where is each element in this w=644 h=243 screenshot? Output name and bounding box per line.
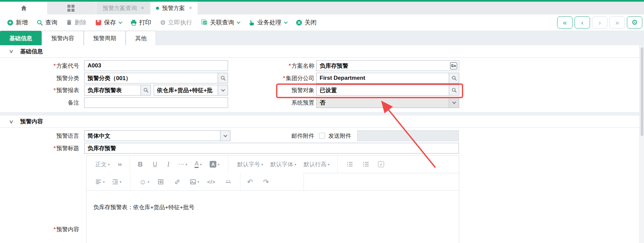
chevron-down-icon[interactable] [220, 131, 230, 141]
field-label: 备注 [0, 99, 79, 107]
table-icon[interactable]: ⊞ [158, 178, 164, 185]
tab-alert-cycle[interactable]: 预警周期 [84, 31, 125, 45]
save-icon [95, 19, 102, 26]
hand-icon [249, 19, 255, 26]
last-record-button[interactable]: » [609, 16, 625, 28]
scheme-name-input[interactable]: 负库存预警 En [316, 60, 459, 71]
alert-target-input[interactable]: 已设置 [316, 85, 459, 96]
alert-title-input[interactable]: 负库存预警 [84, 143, 459, 154]
redo-icon[interactable]: ↷ [263, 178, 269, 185]
trash-icon [66, 19, 72, 25]
rich-text-editor: 正文▾ “ B U I ⋯▾ A▾ A▾ 默认字号▾ 默认字体▾ 默认行高▾ [86, 155, 459, 243]
chevron-down-icon [449, 98, 459, 108]
lookup-search-icon[interactable] [218, 73, 228, 83]
horizontal-rule-icon[interactable] [225, 179, 231, 185]
font-family-dropdown[interactable]: 默认字体▾ [270, 161, 296, 168]
bold-icon[interactable]: B [138, 161, 143, 168]
close-icon[interactable]: × [141, 5, 144, 11]
numbered-list-icon[interactable] [363, 161, 369, 168]
toolbar: 新增 查询 删除 保存 打印 ⚙ 立即执行 [0, 14, 644, 31]
collapse-chevron-icon[interactable]: ∨ [9, 119, 14, 125]
tab-label: 预警方案 [162, 4, 185, 12]
font-color-dropdown[interactable]: A▾ [195, 161, 202, 168]
italic-icon[interactable]: I [167, 161, 169, 168]
execute-now-button[interactable]: ⚙ 立即执行 [156, 18, 197, 26]
group-company-input[interactable]: First Department [316, 73, 459, 83]
indent-dropdown[interactable]: ▾ [112, 179, 121, 185]
tab-label: 预警方案查询 [103, 4, 137, 12]
basic-info-section-header[interactable]: ∨ 基础信息 [0, 45, 639, 58]
home-icon [20, 5, 27, 11]
window-tab-strip: 预警方案查询 × 预警方案 × [0, 2, 644, 14]
business-process-button[interactable]: 业务处理 [244, 18, 291, 26]
image-dropdown[interactable]: ▾ [190, 179, 199, 185]
code-icon[interactable]: </> [207, 179, 216, 185]
tab-basic-info[interactable]: 基础信息 [0, 31, 42, 45]
system-preset-select: 否 [316, 97, 459, 108]
tab-home[interactable] [0, 2, 47, 14]
settings-gear-button[interactable]: ⚙ [627, 16, 642, 28]
editor-toolbar-spacer [304, 173, 459, 190]
add-button[interactable]: 新增 [3, 18, 32, 26]
line-height-dropdown[interactable]: 默认行高▾ [304, 161, 329, 168]
collapse-chevron-icon[interactable]: ∨ [9, 48, 14, 54]
alert-report-input[interactable]: 负库存预警表 [84, 85, 151, 96]
related-query-button[interactable]: 关联查询 [197, 18, 244, 26]
save-button[interactable]: 保存 [91, 18, 126, 26]
alert-language-select[interactable]: 简体中文 [84, 130, 230, 141]
tab-alert-scheme[interactable]: 预警方案 × [151, 2, 197, 14]
chevron-down-icon [284, 20, 287, 24]
bullet-list-icon[interactable] [346, 161, 353, 168]
unsaved-dot-icon [156, 7, 159, 10]
prev-record-button[interactable]: ‹ [575, 16, 590, 28]
tab-alert-content[interactable]: 预警内容 [42, 31, 84, 45]
scheme-code-input[interactable]: A003 [84, 60, 228, 71]
send-attachment-checkbox[interactable] [319, 133, 325, 139]
background-color-dropdown[interactable]: A▾ [210, 161, 219, 168]
search-icon [37, 19, 43, 26]
tab-alert-scheme-query[interactable]: 预警方案查询 × [97, 2, 149, 14]
link-icon[interactable] [174, 179, 180, 185]
query-button[interactable]: 查询 [32, 18, 62, 26]
field-label: *预警内容 [0, 226, 79, 233]
alert-content-editor-body[interactable]: 负库存预警表：依仓库+货品+特征+批号 [87, 190, 459, 243]
alert-report-mode-select[interactable]: 依仓库+货品+特征+批 [154, 85, 228, 96]
underline-icon[interactable]: U [153, 161, 157, 168]
blockquote-icon[interactable]: “ [118, 161, 122, 168]
basic-info-form: *方案代号 A003 预警分类 预警分类（001） *预警报表 负库存预警表 [0, 58, 639, 112]
lookup-search-icon[interactable] [449, 85, 459, 95]
alert-category-input[interactable]: 预警分类（001） [84, 73, 228, 83]
print-button[interactable]: 打印 [126, 18, 156, 26]
paragraph-style-dropdown[interactable]: 正文▾ [95, 161, 110, 168]
close-circle-icon [296, 19, 302, 26]
more-formats-dropdown[interactable]: ⋯▾ [178, 161, 187, 168]
font-size-dropdown[interactable]: 默认字号▾ [237, 161, 263, 168]
field-label: 系统预置 [235, 99, 314, 107]
emoji-dropdown[interactable]: ☺▾ [139, 178, 149, 185]
delete-button[interactable]: 删除 [62, 18, 91, 26]
close-icon[interactable]: × [189, 5, 192, 11]
align-dropdown[interactable]: ▾ [95, 179, 105, 185]
window-search-icon [201, 19, 208, 26]
alert-content-form: 预警语言 简体中文 邮件附件 发送附件 *预警标题 负库存预警 正文▾ “ B [0, 128, 639, 243]
close-button[interactable]: 关闭 [291, 18, 321, 26]
undo-icon[interactable]: ↶ [247, 178, 253, 185]
lookup-search-icon[interactable] [449, 73, 459, 83]
first-record-button[interactable]: « [557, 16, 573, 28]
language-en-badge-icon[interactable]: En [450, 62, 457, 69]
checkbox-label: 发送附件 [328, 132, 351, 140]
remark-input[interactable] [84, 97, 228, 108]
next-record-button[interactable]: › [592, 16, 607, 28]
vertical-scrollbar[interactable] [639, 45, 644, 243]
section-tabs: 基础信息 预警内容 预警周期 其他 [0, 31, 644, 45]
alert-content-section-header[interactable]: ∨ 预警内容 [0, 116, 639, 128]
checklist-icon[interactable]: ✓ [378, 161, 384, 167]
scrollbar-thumb[interactable] [641, 47, 643, 136]
attachment-input [357, 130, 459, 141]
lookup-search-icon[interactable] [141, 85, 151, 95]
field-label: *集团分公司 [235, 74, 314, 82]
tab-apps[interactable] [47, 2, 95, 14]
tab-other[interactable]: 其他 [126, 31, 156, 45]
chevron-down-icon[interactable] [218, 85, 228, 95]
field-label: 预警分类 [0, 74, 79, 82]
